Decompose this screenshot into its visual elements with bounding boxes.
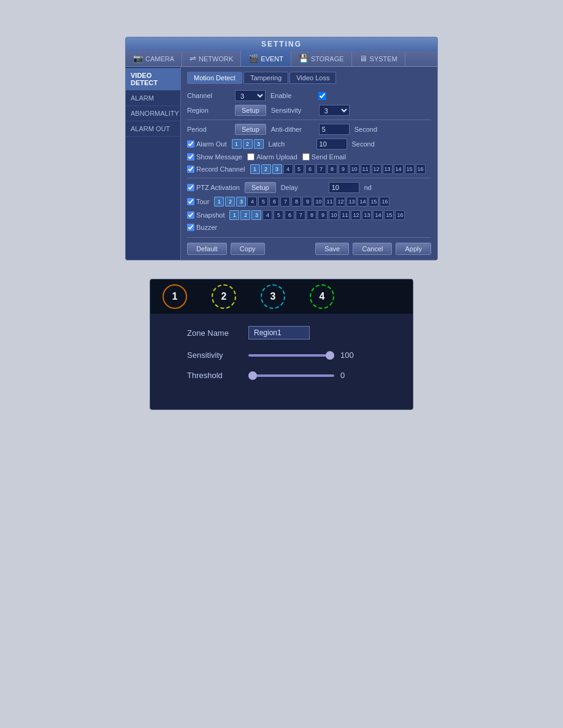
tour-ch-4[interactable]: 4 <box>247 197 257 207</box>
rec-ch-8[interactable]: 8 <box>327 164 337 174</box>
alarm-out-ch-3[interactable]: 3 <box>254 139 264 149</box>
tour-ch-9[interactable]: 9 <box>302 197 312 207</box>
snap-ch-7[interactable]: 7 <box>296 210 305 220</box>
tour-ch-12[interactable]: 12 <box>335 197 345 207</box>
tour-ch-5[interactable]: 5 <box>258 197 268 207</box>
snap-ch-5[interactable]: 5 <box>274 210 283 220</box>
zone-sensitivity-label: Sensitivity <box>187 351 242 360</box>
alarm-out-channels: 1 2 3 <box>232 139 264 149</box>
rec-ch-16[interactable]: 16 <box>416 164 426 174</box>
snap-ch-9[interactable]: 9 <box>318 210 327 220</box>
tour-ch-8[interactable]: 8 <box>291 197 301 207</box>
tour-ch-11[interactable]: 11 <box>324 197 334 207</box>
sidebar-item-abnormality[interactable]: ABNORMALITY <box>126 106 180 121</box>
record-channel-checkbox[interactable] <box>187 165 194 173</box>
alarm-out-checkbox[interactable] <box>187 140 194 148</box>
rec-ch-6[interactable]: 6 <box>305 164 315 174</box>
sidebar-item-alarm[interactable]: ALARM <box>126 91 180 106</box>
tab-storage[interactable]: 💾 STORAGE <box>291 51 352 66</box>
rec-ch-3[interactable]: 3 <box>272 164 282 174</box>
rec-ch-4[interactable]: 4 <box>283 164 293 174</box>
snap-ch-16[interactable]: 16 <box>395 210 405 220</box>
rec-ch-15[interactable]: 15 <box>405 164 415 174</box>
snap-ch-14[interactable]: 14 <box>373 210 383 220</box>
zone-tab-2[interactable]: 2 <box>212 284 236 309</box>
rec-ch-10[interactable]: 10 <box>350 164 359 174</box>
sensitivity-select[interactable]: 3 <box>319 105 350 116</box>
alarm-out-row: Alarm Out 1 2 3 Latch Second <box>187 138 431 150</box>
sub-tab-tampering[interactable]: Tampering <box>243 72 288 84</box>
tour-ch-7[interactable]: 7 <box>280 197 290 207</box>
sub-tab-video-loss[interactable]: Video Loss <box>289 72 336 84</box>
snap-ch-6[interactable]: 6 <box>285 210 294 220</box>
tab-event[interactable]: 🎬 EVENT <box>241 51 291 66</box>
threshold-slider[interactable] <box>248 374 334 377</box>
rec-ch-7[interactable]: 7 <box>316 164 326 174</box>
tab-network[interactable]: ⇌ NETWORK <box>182 51 241 66</box>
rec-ch-2[interactable]: 2 <box>261 164 271 174</box>
tour-ch-6[interactable]: 6 <box>269 197 279 207</box>
alarm-out-ch-2[interactable]: 2 <box>243 139 253 149</box>
rec-ch-5[interactable]: 5 <box>294 164 304 174</box>
snap-ch-4[interactable]: 4 <box>262 210 272 220</box>
sensitivity-slider[interactable] <box>248 354 334 357</box>
tour-ch-10[interactable]: 10 <box>313 197 323 207</box>
period-setup-button[interactable]: Setup <box>235 124 266 135</box>
copy-button[interactable]: Copy <box>231 243 265 255</box>
tour-ch-1[interactable]: 1 <box>214 197 224 207</box>
enable-checkbox[interactable] <box>318 92 326 100</box>
snap-ch-1[interactable]: 1 <box>229 210 239 220</box>
sidebar-item-video-detect[interactable]: VIDEO DETECT <box>126 68 180 91</box>
tab-system[interactable]: 🖥 SYSTEM <box>352 51 405 66</box>
apply-button[interactable]: Apply <box>396 243 431 255</box>
show-message-checkbox[interactable] <box>187 153 194 161</box>
ptz-setup-button[interactable]: Setup <box>245 182 276 193</box>
snap-ch-12[interactable]: 12 <box>351 210 361 220</box>
delay-input[interactable] <box>329 182 359 193</box>
snap-ch-3[interactable]: 3 <box>251 210 261 220</box>
send-email-checkbox[interactable] <box>302 153 310 161</box>
snap-ch-2[interactable]: 2 <box>240 210 250 220</box>
cancel-button[interactable]: Cancel <box>353 243 392 255</box>
channel-select[interactable]: 3 <box>235 90 266 101</box>
snap-ch-11[interactable]: 11 <box>340 210 350 220</box>
setting-panel: SETTING 📷 CAMERA ⇌ NETWORK 🎬 EVENT 💾 STO… <box>125 37 438 260</box>
default-button[interactable]: Default <box>187 243 227 255</box>
anti-dither-input[interactable] <box>319 124 350 135</box>
save-button[interactable]: Save <box>315 243 349 255</box>
snap-ch-13[interactable]: 13 <box>362 210 372 220</box>
tour-checkbox[interactable] <box>187 198 194 205</box>
buzzer-checkbox[interactable] <box>187 224 194 231</box>
sidebar-item-alarm-out[interactable]: ALARM OUT <box>126 121 180 137</box>
tour-ch-15[interactable]: 15 <box>369 197 378 207</box>
tour-ch-16[interactable]: 16 <box>380 197 389 207</box>
rec-ch-14[interactable]: 14 <box>394 164 404 174</box>
tour-ch-13[interactable]: 13 <box>347 197 356 207</box>
region-setup-button[interactable]: Setup <box>235 105 266 116</box>
tab-camera[interactable]: 📷 CAMERA <box>126 51 182 66</box>
snap-ch-10[interactable]: 10 <box>329 210 339 220</box>
alarm-upload-checkbox[interactable] <box>247 153 255 161</box>
tour-ch-14[interactable]: 14 <box>358 197 367 207</box>
setting-title: SETTING <box>126 37 437 51</box>
rec-ch-1[interactable]: 1 <box>250 164 260 174</box>
snap-ch-8[interactable]: 8 <box>307 210 316 220</box>
alarm-out-ch-1[interactable]: 1 <box>232 139 242 149</box>
tour-ch-3[interactable]: 3 <box>236 197 246 207</box>
snapshot-checkbox[interactable] <box>187 211 194 219</box>
tour-ch-2[interactable]: 2 <box>225 197 235 207</box>
zone-tabs: 1 2 3 4 <box>150 279 413 314</box>
rec-ch-11[interactable]: 11 <box>361 164 370 174</box>
snap-ch-15[interactable]: 15 <box>384 210 394 220</box>
latch-input[interactable] <box>316 138 347 150</box>
sub-tab-motion-detect[interactable]: Motion Detect <box>187 72 242 84</box>
zone-tab-4[interactable]: 4 <box>310 284 334 309</box>
rec-ch-9[interactable]: 9 <box>339 164 348 174</box>
zone-name-input[interactable] <box>248 326 310 339</box>
zone-sensitivity-row: Sensitivity 100 <box>187 351 388 360</box>
ptz-activation-checkbox[interactable] <box>187 184 194 191</box>
zone-tab-1[interactable]: 1 <box>163 284 187 309</box>
zone-tab-3[interactable]: 3 <box>261 284 285 309</box>
rec-ch-13[interactable]: 13 <box>383 164 393 174</box>
rec-ch-12[interactable]: 12 <box>372 164 381 174</box>
